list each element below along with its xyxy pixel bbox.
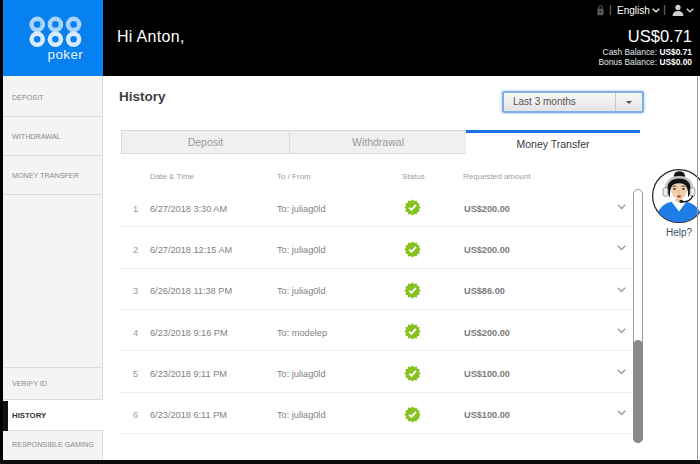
svg-text:poker: poker [48,47,84,62]
